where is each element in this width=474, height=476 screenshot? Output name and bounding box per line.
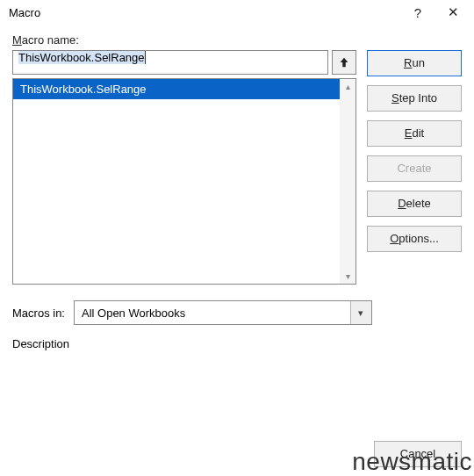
- reference-edit-button[interactable]: [332, 50, 356, 75]
- titlebar: Macro ? ✕: [0, 0, 474, 25]
- create-button: Create: [367, 155, 462, 182]
- macros-in-select[interactable]: All Open Workbooks ▾: [74, 300, 372, 325]
- macro-name-input[interactable]: ThisWorkbook.SelRange: [12, 50, 328, 75]
- description-label: Description: [12, 337, 462, 350]
- up-arrow-icon: [338, 56, 350, 69]
- chevron-down-icon: ▾: [350, 301, 371, 324]
- scrollbar[interactable]: ▴ ▾: [340, 79, 356, 284]
- dialog-title: Macro: [9, 6, 400, 19]
- macros-in-label: Macros in:: [12, 307, 65, 320]
- list-item[interactable]: ThisWorkbook.SelRange: [13, 79, 340, 99]
- step-into-button[interactable]: Step Into: [367, 85, 462, 112]
- edit-button[interactable]: Edit: [367, 120, 462, 147]
- run-button[interactable]: Run: [367, 50, 462, 76]
- macro-name-label: Macro name:: [12, 33, 462, 47]
- options-button[interactable]: Options...: [367, 226, 462, 252]
- cancel-button[interactable]: Cancel: [374, 441, 462, 467]
- help-button[interactable]: ?: [400, 5, 435, 20]
- scroll-down-icon: ▾: [346, 271, 350, 281]
- delete-button[interactable]: Delete: [367, 191, 462, 217]
- macro-dialog: Macro ? ✕ Macro name: ThisWorkbook.SelRa…: [0, 0, 474, 476]
- macro-listbox[interactable]: ThisWorkbook.SelRange ▴ ▾: [12, 78, 356, 285]
- close-button[interactable]: ✕: [435, 4, 470, 20]
- scroll-up-icon: ▴: [346, 82, 350, 91]
